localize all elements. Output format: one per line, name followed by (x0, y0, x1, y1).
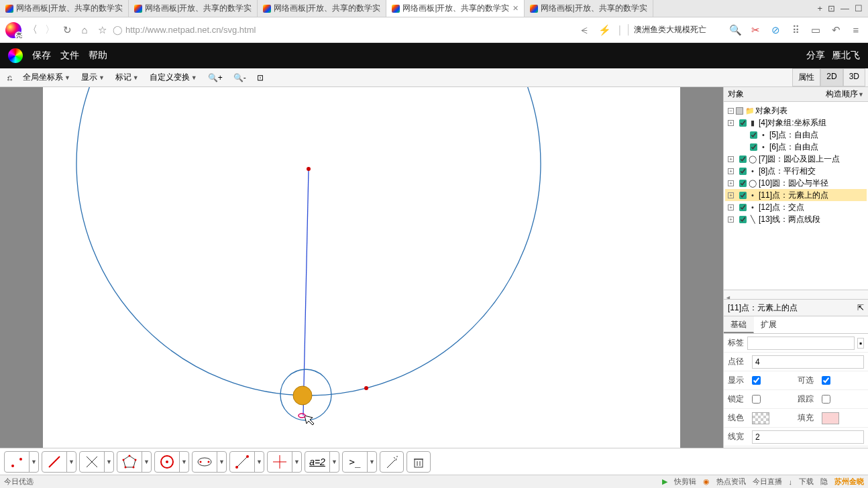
expand-icon[interactable]: + (728, 180, 734, 186)
visibility-check[interactable] (739, 180, 747, 187)
expand-icon[interactable]: + (728, 156, 734, 162)
panel-icon[interactable]: ▭ (809, 24, 822, 36)
history-icon[interactable]: ⎌ (3, 71, 17, 84)
magic-tool[interactable] (380, 451, 404, 473)
bolt-icon[interactable]: ⚡ (598, 24, 612, 36)
search-input[interactable]: 澳洲鱼类大规模死亡 (628, 24, 722, 36)
tree-scrollbar[interactable] (724, 290, 868, 299)
status-item[interactable]: 下载 (799, 477, 814, 487)
status-item[interactable]: 热点资讯 (716, 477, 746, 487)
tree-item[interactable]: +•[11]点：元素上的点 (725, 189, 867, 201)
visibility-check[interactable] (739, 216, 747, 223)
user-name[interactable]: 雁北飞 (832, 50, 860, 62)
save-button[interactable]: 保存 (32, 50, 51, 62)
visibility-check[interactable] (739, 168, 747, 175)
status-item[interactable]: 快剪辑 (674, 477, 696, 487)
line-tool[interactable]: ▼ (42, 451, 76, 473)
tree-item[interactable]: +▮[4]对象组:坐标系组 (725, 117, 867, 129)
yellow-point[interactable] (293, 386, 312, 405)
external-icon[interactable]: ⇱ (857, 303, 864, 312)
sort-dropdown[interactable]: 构造顺序▼ (826, 88, 864, 100)
fill-swatch[interactable] (822, 412, 839, 424)
file-button[interactable]: 文件 (60, 50, 79, 62)
tab-attr[interactable]: 属性 (792, 68, 820, 86)
label-more-icon[interactable]: ▪ (857, 338, 864, 349)
share-icon[interactable]: ⪪ (578, 24, 592, 36)
command-tool[interactable]: >_▼ (342, 451, 377, 473)
tab-basic[interactable]: 基础 (724, 316, 754, 333)
object-tree[interactable]: − 📁 对象列表 +▮[4]对象组:坐标系组•[5]点：自由点•[6]点：自由点… (724, 102, 868, 290)
tab-ext[interactable]: 扩展 (754, 316, 784, 333)
trace-check[interactable] (822, 395, 830, 404)
visibility-check[interactable] (750, 143, 757, 151)
tree-item[interactable]: •[5]点：自由点 (725, 129, 867, 141)
undo-icon[interactable]: ↶ (829, 24, 843, 36)
expand-icon[interactable]: + (728, 217, 734, 223)
coord-dropdown[interactable]: 全局坐标系▼ (18, 70, 75, 85)
close-icon[interactable]: ✕ (512, 4, 519, 13)
big-circle[interactable] (76, 87, 541, 395)
red-point-top[interactable] (307, 167, 311, 171)
expand-icon[interactable]: + (728, 120, 734, 126)
forward-icon[interactable]: 〉 (43, 23, 56, 36)
search-icon[interactable]: 🔍 (728, 24, 742, 36)
menu-icon[interactable]: ≡ (849, 24, 863, 36)
visibility-check[interactable] (739, 204, 747, 211)
line-segment[interactable] (303, 170, 309, 416)
measure-tool[interactable]: a=2▼ (305, 451, 339, 473)
tree-item[interactable]: +•[8]点：平行相交 (725, 165, 867, 177)
tree-item[interactable]: +◯[10]圆：圆心与半径 (725, 177, 867, 189)
linewidth-input[interactable] (752, 430, 864, 444)
visibility-check[interactable] (739, 192, 747, 199)
visibility-check[interactable] (739, 156, 747, 163)
help-button[interactable]: 帮助 (89, 50, 107, 62)
transform-dropdown[interactable]: 自定义变换▼ (145, 70, 202, 85)
url-text[interactable]: http://www.netpad.net.cn/svg.html (125, 25, 256, 35)
linecolor-swatch[interactable] (752, 412, 769, 424)
browser-tab[interactable]: 网络画板|开放、共享的数学实 (525, 0, 653, 17)
apps-icon[interactable]: ⠿ (789, 24, 802, 36)
tree-root[interactable]: − 📁 对象列表 (725, 105, 867, 117)
visibility-check[interactable] (750, 131, 757, 139)
avatar[interactable]: 亮 (5, 22, 21, 38)
reload-icon[interactable]: ↻ (60, 24, 74, 36)
hot-icon[interactable]: ◉ (703, 477, 710, 486)
polygon-tool[interactable]: ▼ (117, 451, 152, 473)
segment-tool[interactable]: ▼ (229, 451, 264, 473)
status-item[interactable]: 今日直播 (753, 477, 782, 487)
label-input[interactable] (747, 337, 855, 350)
share-button[interactable]: 分享 (806, 50, 825, 62)
browser-tab[interactable]: 网络画板|开放、共享的数学实 (258, 0, 386, 17)
browser-tab[interactable]: 网络画板|开放、共享的数学实 (129, 0, 258, 17)
fit-icon[interactable]: ⊡ (252, 71, 268, 84)
red-point-right[interactable] (364, 386, 368, 390)
expand-icon[interactable]: + (728, 192, 734, 198)
canvas-area[interactable] (0, 87, 723, 448)
tab-3d[interactable]: 3D (843, 68, 865, 86)
selectable-check[interactable] (822, 376, 830, 385)
circle-tool[interactable]: ▼ (154, 451, 189, 473)
maximize-icon[interactable]: ☐ (855, 3, 863, 13)
radius-input[interactable] (752, 355, 864, 369)
scissors-icon[interactable]: ✂ (749, 24, 762, 36)
tree-item[interactable]: +•[12]点：交点 (725, 201, 867, 213)
tab-2d[interactable]: 2D (820, 68, 843, 86)
visibility-check[interactable] (739, 119, 747, 127)
show-check[interactable] (752, 376, 761, 385)
minimize-icon[interactable]: — (840, 3, 849, 13)
status-item[interactable]: 隐 (820, 477, 828, 487)
collapse-icon[interactable]: − (728, 108, 734, 114)
axis-tool[interactable]: ▼ (267, 451, 302, 473)
tablist-icon[interactable]: ⊡ (828, 3, 835, 13)
point-tool[interactable]: ▼ (4, 451, 39, 473)
zoom-in-icon[interactable]: 🔍+ (203, 71, 227, 84)
block-icon[interactable]: ⊘ (769, 24, 782, 36)
home-icon[interactable]: ⌂ (78, 24, 91, 36)
download-icon[interactable]: ↓ (789, 478, 793, 486)
display-dropdown[interactable]: 显示▼ (76, 70, 109, 85)
folder-check[interactable] (736, 107, 743, 115)
tree-item[interactable]: +╲[13]线：两点线段 (725, 213, 867, 225)
browser-tab-active[interactable]: 网络画板|开放、共享的数学实✕ (386, 0, 524, 17)
tree-item[interactable]: +◯[7]圆：圆心及圆上一点 (725, 153, 867, 165)
conic-tool[interactable]: ▼ (192, 451, 227, 473)
